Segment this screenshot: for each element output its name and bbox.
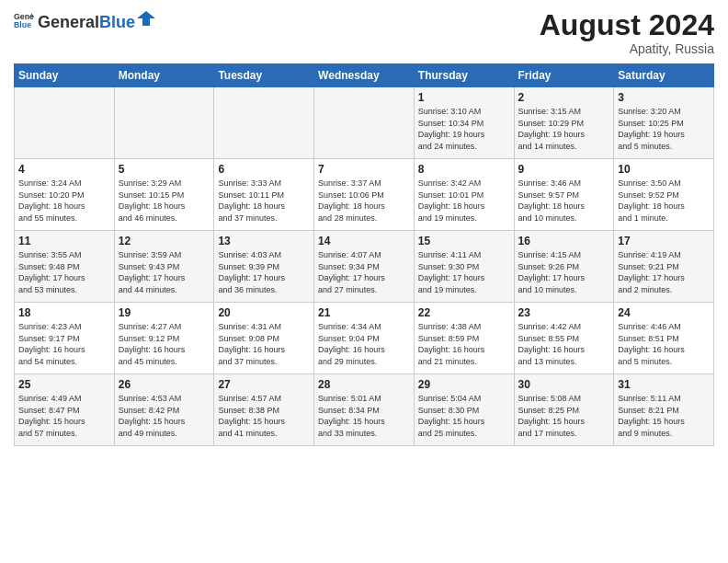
day-info: Sunrise: 4:11 AM Sunset: 9:30 PM Dayligh… — [418, 249, 510, 295]
day-info: Sunrise: 3:55 AM Sunset: 9:48 PM Dayligh… — [18, 249, 110, 295]
table-row: 26Sunrise: 4:53 AM Sunset: 8:42 PM Dayli… — [114, 374, 214, 446]
day-info: Sunrise: 4:34 AM Sunset: 9:04 PM Dayligh… — [318, 321, 410, 367]
day-number: 31 — [618, 378, 710, 391]
day-info: Sunrise: 4:15 AM Sunset: 9:26 PM Dayligh… — [518, 249, 610, 295]
table-row: 27Sunrise: 4:57 AM Sunset: 8:38 PM Dayli… — [214, 374, 314, 446]
day-info: Sunrise: 4:23 AM Sunset: 9:17 PM Dayligh… — [18, 321, 110, 367]
day-number: 30 — [518, 378, 610, 391]
day-number: 4 — [18, 163, 110, 176]
title-month: August 2024 — [540, 9, 714, 41]
day-number: 25 — [18, 378, 110, 391]
day-info: Sunrise: 3:50 AM Sunset: 9:52 PM Dayligh… — [618, 178, 710, 224]
table-row: 18Sunrise: 4:23 AM Sunset: 9:17 PM Dayli… — [15, 303, 115, 374]
day-info: Sunrise: 4:03 AM Sunset: 9:39 PM Dayligh… — [218, 249, 310, 295]
calendar-header-row: Sunday Monday Tuesday Wednesday Thursday… — [15, 64, 714, 87]
logo-icon: General Blue — [14, 10, 34, 30]
day-info: Sunrise: 4:46 AM Sunset: 8:51 PM Dayligh… — [618, 321, 710, 367]
table-row: 15Sunrise: 4:11 AM Sunset: 9:30 PM Dayli… — [414, 231, 514, 303]
day-number: 6 — [218, 163, 310, 176]
table-row: 28Sunrise: 5:01 AM Sunset: 8:34 PM Dayli… — [314, 374, 415, 446]
table-row: 9Sunrise: 3:46 AM Sunset: 9:57 PM Daylig… — [514, 159, 614, 231]
day-number: 16 — [518, 235, 610, 247]
day-info: Sunrise: 5:01 AM Sunset: 8:34 PM Dayligh… — [318, 393, 410, 439]
day-number: 1 — [418, 91, 510, 104]
day-info: Sunrise: 5:11 AM Sunset: 8:21 PM Dayligh… — [618, 393, 710, 439]
day-number: 7 — [318, 163, 410, 176]
table-row: 24Sunrise: 4:46 AM Sunset: 8:51 PM Dayli… — [614, 303, 714, 374]
table-row: 30Sunrise: 5:08 AM Sunset: 8:25 PM Dayli… — [514, 374, 614, 446]
day-number: 9 — [518, 163, 610, 176]
table-row: 11Sunrise: 3:55 AM Sunset: 9:48 PM Dayli… — [15, 231, 115, 303]
day-number: 22 — [418, 306, 510, 319]
day-number: 10 — [618, 163, 710, 176]
table-row: 7Sunrise: 3:37 AM Sunset: 10:06 PM Dayli… — [314, 159, 415, 231]
day-number: 14 — [318, 235, 410, 247]
table-row: 17Sunrise: 4:19 AM Sunset: 9:21 PM Dayli… — [614, 231, 714, 303]
calendar-week-row: 4Sunrise: 3:24 AM Sunset: 10:20 PM Dayli… — [15, 159, 714, 231]
day-info: Sunrise: 3:42 AM Sunset: 10:01 PM Daylig… — [418, 178, 510, 224]
day-info: Sunrise: 3:33 AM Sunset: 10:11 PM Daylig… — [218, 178, 310, 224]
day-info: Sunrise: 4:27 AM Sunset: 9:12 PM Dayligh… — [119, 321, 210, 367]
day-number: 11 — [18, 235, 110, 247]
table-row: 2Sunrise: 3:15 AM Sunset: 10:29 PM Dayli… — [514, 87, 614, 159]
day-info: Sunrise: 3:29 AM Sunset: 10:15 PM Daylig… — [119, 178, 210, 224]
table-row — [114, 87, 214, 159]
logo-bird-icon — [137, 9, 155, 28]
day-info: Sunrise: 4:42 AM Sunset: 8:55 PM Dayligh… — [518, 321, 610, 367]
table-row: 1Sunrise: 3:10 AM Sunset: 10:34 PM Dayli… — [414, 87, 514, 159]
col-sunday: Sunday — [15, 64, 115, 87]
day-number: 3 — [618, 91, 710, 104]
day-number: 19 — [119, 306, 210, 319]
day-info: Sunrise: 3:20 AM Sunset: 10:25 PM Daylig… — [618, 106, 710, 152]
table-row — [314, 87, 415, 159]
day-number: 12 — [119, 235, 210, 247]
day-info: Sunrise: 4:49 AM Sunset: 8:47 PM Dayligh… — [18, 393, 110, 439]
header: General Blue GeneralBlue August 2024 Apa… — [14, 9, 714, 56]
col-tuesday: Tuesday — [214, 64, 314, 87]
table-row: 21Sunrise: 4:34 AM Sunset: 9:04 PM Dayli… — [314, 303, 415, 374]
calendar-week-row: 11Sunrise: 3:55 AM Sunset: 9:48 PM Dayli… — [15, 231, 714, 303]
day-number: 27 — [218, 378, 310, 391]
day-info: Sunrise: 3:24 AM Sunset: 10:20 PM Daylig… — [18, 178, 110, 224]
day-number: 17 — [618, 235, 710, 247]
table-row: 10Sunrise: 3:50 AM Sunset: 9:52 PM Dayli… — [614, 159, 714, 231]
col-friday: Friday — [514, 64, 614, 87]
day-number: 2 — [518, 91, 610, 104]
day-number: 18 — [18, 306, 110, 319]
table-row: 12Sunrise: 3:59 AM Sunset: 9:43 PM Dayli… — [114, 231, 214, 303]
logo: General Blue GeneralBlue — [14, 9, 155, 30]
title-block: August 2024 Apatity, Russia — [540, 9, 714, 56]
calendar-table: Sunday Monday Tuesday Wednesday Thursday… — [14, 63, 714, 446]
logo-blue-text: Blue — [99, 14, 135, 30]
table-row: 6Sunrise: 3:33 AM Sunset: 10:11 PM Dayli… — [214, 159, 314, 231]
day-number: 13 — [218, 235, 310, 247]
day-info: Sunrise: 4:38 AM Sunset: 8:59 PM Dayligh… — [418, 321, 510, 367]
page-container: General Blue GeneralBlue August 2024 Apa… — [0, 0, 728, 455]
logo-general-text: General — [38, 14, 99, 30]
table-row: 22Sunrise: 4:38 AM Sunset: 8:59 PM Dayli… — [414, 303, 514, 374]
day-info: Sunrise: 4:53 AM Sunset: 8:42 PM Dayligh… — [119, 393, 210, 439]
day-info: Sunrise: 3:10 AM Sunset: 10:34 PM Daylig… — [418, 106, 510, 152]
title-location: Apatity, Russia — [540, 41, 714, 56]
col-monday: Monday — [114, 64, 214, 87]
table-row: 13Sunrise: 4:03 AM Sunset: 9:39 PM Dayli… — [214, 231, 314, 303]
table-row — [214, 87, 314, 159]
calendar-body: 1Sunrise: 3:10 AM Sunset: 10:34 PM Dayli… — [15, 87, 714, 446]
col-wednesday: Wednesday — [314, 64, 415, 87]
day-number: 26 — [119, 378, 210, 391]
day-number: 23 — [518, 306, 610, 319]
table-row: 20Sunrise: 4:31 AM Sunset: 9:08 PM Dayli… — [214, 303, 314, 374]
day-info: Sunrise: 5:04 AM Sunset: 8:30 PM Dayligh… — [418, 393, 510, 439]
table-row: 4Sunrise: 3:24 AM Sunset: 10:20 PM Dayli… — [15, 159, 115, 231]
day-info: Sunrise: 4:57 AM Sunset: 8:38 PM Dayligh… — [218, 393, 310, 439]
calendar-week-row: 25Sunrise: 4:49 AM Sunset: 8:47 PM Dayli… — [15, 374, 714, 446]
table-row: 16Sunrise: 4:15 AM Sunset: 9:26 PM Dayli… — [514, 231, 614, 303]
calendar-week-row: 1Sunrise: 3:10 AM Sunset: 10:34 PM Dayli… — [15, 87, 714, 159]
day-info: Sunrise: 3:46 AM Sunset: 9:57 PM Dayligh… — [518, 178, 610, 224]
table-row: 14Sunrise: 4:07 AM Sunset: 9:34 PM Dayli… — [314, 231, 415, 303]
day-number: 20 — [218, 306, 310, 319]
svg-text:Blue: Blue — [14, 20, 31, 29]
day-number: 8 — [418, 163, 510, 176]
day-number: 28 — [318, 378, 410, 391]
table-row: 5Sunrise: 3:29 AM Sunset: 10:15 PM Dayli… — [114, 159, 214, 231]
